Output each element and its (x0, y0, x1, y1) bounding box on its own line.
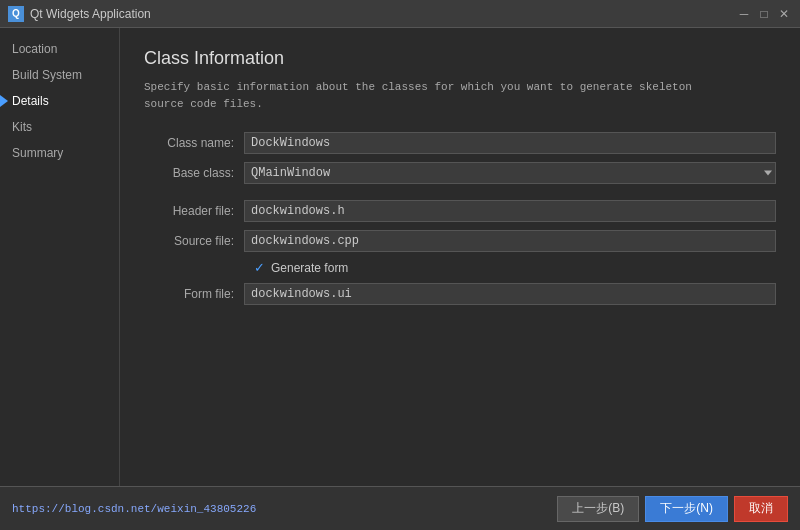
sidebar-item-label-build-system: Build System (12, 68, 82, 82)
titlebar-title: Qt Widgets Application (30, 7, 736, 21)
base-class-row: Base class: QMainWindow QWidget QDialog … (144, 162, 776, 184)
sidebar-item-label-kits: Kits (12, 120, 32, 134)
sidebar: Location Build System Details Kits Summa… (0, 28, 120, 486)
next-button[interactable]: 下一步(N) (645, 496, 728, 522)
form-file-row: Form file: (144, 283, 776, 305)
form-file-label: Form file: (144, 287, 244, 301)
content-area: Class Information Specify basic informat… (120, 28, 800, 486)
source-file-row: Source file: (144, 230, 776, 252)
header-file-row: Header file: (144, 200, 776, 222)
back-button[interactable]: 上一步(B) (557, 496, 639, 522)
bottom-bar: https://blog.csdn.net/weixin_43805226 上一… (0, 486, 800, 530)
class-name-input[interactable] (244, 132, 776, 154)
app-icon: Q (8, 6, 24, 22)
checkmark-icon: ✓ (254, 260, 265, 275)
base-class-select-wrapper: QMainWindow QWidget QDialog QObject (244, 162, 776, 184)
titlebar: Q Qt Widgets Application ─ □ ✕ (0, 0, 800, 28)
close-button[interactable]: ✕ (776, 6, 792, 22)
header-file-input[interactable] (244, 200, 776, 222)
generate-form-label: Generate form (271, 261, 348, 275)
sidebar-item-label-location: Location (12, 42, 57, 56)
class-name-row: Class name: (144, 132, 776, 154)
minimize-button[interactable]: ─ (736, 6, 752, 22)
maximize-button[interactable]: □ (756, 6, 772, 22)
source-file-label: Source file: (144, 234, 244, 248)
source-file-input[interactable] (244, 230, 776, 252)
class-name-label: Class name: (144, 136, 244, 150)
base-class-select[interactable]: QMainWindow QWidget QDialog QObject (244, 162, 776, 184)
sidebar-item-build-system[interactable]: Build System (0, 62, 119, 88)
url-text: https://blog.csdn.net/weixin_43805226 (12, 503, 551, 515)
page-description: Specify basic information about the clas… (144, 79, 704, 112)
form-file-input[interactable] (244, 283, 776, 305)
generate-form-row[interactable]: ✓ Generate form (254, 260, 776, 275)
header-file-label: Header file: (144, 204, 244, 218)
active-arrow-icon (0, 95, 8, 107)
titlebar-buttons: ─ □ ✕ (736, 6, 792, 22)
sidebar-item-summary[interactable]: Summary (0, 140, 119, 166)
sidebar-item-label-summary: Summary (12, 146, 63, 160)
sidebar-item-details[interactable]: Details (0, 88, 119, 114)
base-class-label: Base class: (144, 166, 244, 180)
sidebar-item-kits[interactable]: Kits (0, 114, 119, 140)
sidebar-item-location[interactable]: Location (0, 36, 119, 62)
sidebar-item-label-details: Details (12, 94, 49, 108)
cancel-button[interactable]: 取消 (734, 496, 788, 522)
main-container: Location Build System Details Kits Summa… (0, 28, 800, 486)
page-title: Class Information (144, 48, 776, 69)
